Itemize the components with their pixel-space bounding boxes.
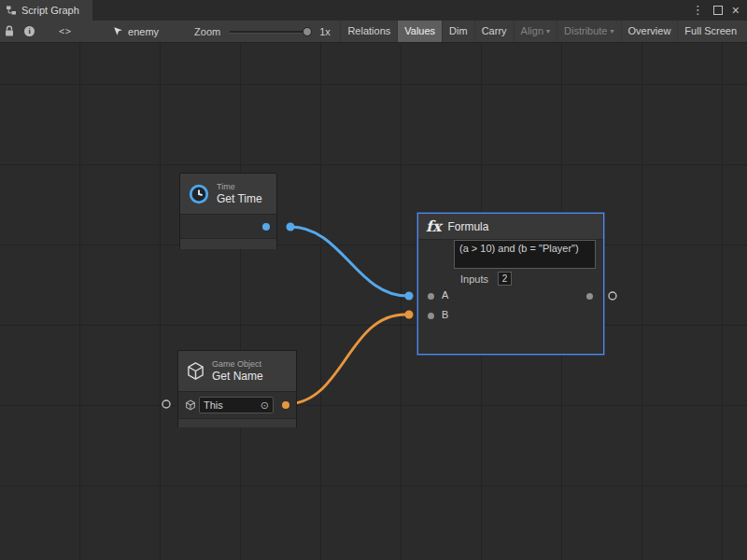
node-category: Time <box>217 182 262 192</box>
cube-icon <box>186 361 205 381</box>
get-name-footer <box>178 418 296 427</box>
code-icon[interactable]: <> <box>59 26 72 36</box>
formula-expression-input[interactable]: (a > 10) and (b = "Player") <box>454 240 596 269</box>
node-title: Get Time <box>217 192 262 205</box>
graph-breadcrumb[interactable]: enemy <box>113 26 159 37</box>
formula-header[interactable]: fx Formula <box>418 214 603 240</box>
formula-port-b-dot[interactable] <box>428 313 434 319</box>
node-title: Get Name <box>212 370 263 383</box>
values-button[interactable]: Values <box>397 21 442 42</box>
chevron-down-icon: ▾ <box>546 21 550 42</box>
game-object-icon <box>185 399 196 411</box>
graph-toolbar: i <> enemy Zoom 1x Relations Values Dim … <box>0 21 747 43</box>
dim-button[interactable]: Dim <box>442 21 474 42</box>
overview-button[interactable]: Overview <box>621 21 678 42</box>
script-graph-window: Script Graph ⋮ × i <> enemy Zoom 1x <box>0 0 747 560</box>
formula-output-port[interactable] <box>609 292 616 300</box>
info-icon[interactable]: i <box>24 26 35 36</box>
fullscreen-button[interactable]: Full Screen <box>677 21 743 42</box>
get-name-header[interactable]: Game Object Get Name <box>178 351 296 392</box>
get-name-target-port[interactable] <box>162 400 170 408</box>
node-title: Formula <box>447 220 488 233</box>
wire-endpoint-get-time-output[interactable] <box>287 223 295 231</box>
formula-result-dot[interactable] <box>586 293 593 300</box>
get-time-header[interactable]: Time Get Time <box>180 174 276 215</box>
node-get-time[interactable]: Time Get Time <box>179 173 277 249</box>
window-menu-icon[interactable]: ⋮ <box>692 0 704 21</box>
graph-canvas[interactable]: Time Get Time fx Formula (a > 10) and (b… <box>0 43 747 560</box>
zoom-value: 1x <box>319 26 331 37</box>
object-picker-icon[interactable]: ⊙ <box>261 400 269 411</box>
align-button[interactable]: Align ▾ <box>514 21 557 42</box>
tab-title: Script Graph <box>21 5 79 16</box>
get-time-footer <box>180 238 276 249</box>
wire-get-name-to-formula-b[interactable] <box>286 315 405 404</box>
clock-icon <box>188 183 210 205</box>
toolbar-buttons: Relations Values Dim Carry Align ▾ Distr… <box>340 21 743 42</box>
formula-port-a-dot[interactable] <box>428 293 434 300</box>
target-value: This <box>204 399 223 411</box>
align-label: Align <box>521 21 543 42</box>
zoom-slider[interactable] <box>230 27 312 36</box>
formula-port-a-label: A <box>442 289 448 301</box>
wire-endpoint-formula-a[interactable] <box>405 292 414 301</box>
zoom-slider-handle[interactable] <box>303 27 312 36</box>
get-name-target-field[interactable]: This ⊙ <box>199 397 274 413</box>
formula-fx-icon: fx <box>426 217 441 235</box>
window-titlebar: Script Graph ⋮ × <box>0 0 747 21</box>
relations-button[interactable]: Relations <box>340 21 397 42</box>
script-graph-icon <box>6 5 17 16</box>
get-name-body: This ⊙ <box>178 392 296 418</box>
node-category: Game Object <box>212 359 263 370</box>
window-controls: ⋮ × <box>692 0 747 21</box>
graph-name: enemy <box>128 26 159 37</box>
get-time-output-port[interactable] <box>262 223 270 231</box>
node-formula[interactable]: fx Formula (a > 10) and (b = "Player") I… <box>417 213 604 355</box>
wire-get-time-to-formula-a[interactable] <box>290 227 407 296</box>
window-maximize-icon[interactable] <box>713 6 723 15</box>
distribute-label: Distribute <box>564 21 607 42</box>
node-get-name[interactable]: Game Object Get Name This ⊙ <box>177 350 297 427</box>
distribute-button[interactable]: Distribute ▾ <box>557 21 620 42</box>
wire-endpoint-formula-b[interactable] <box>405 311 414 319</box>
get-name-output-port[interactable] <box>282 401 289 409</box>
graph-asset-icon <box>113 26 123 36</box>
formula-inputs-count-input[interactable]: 2 <box>498 272 512 286</box>
get-time-body <box>180 215 276 238</box>
chevron-down-icon: ▾ <box>611 21 614 42</box>
formula-body: (a > 10) and (b = "Player") Inputs 2 A B <box>418 240 603 354</box>
zoom-label: Zoom <box>194 26 220 37</box>
formula-inputs-label: Inputs <box>460 273 488 285</box>
wires-layer <box>0 43 747 560</box>
tab-script-graph[interactable]: Script Graph <box>0 0 92 21</box>
carry-button[interactable]: Carry <box>474 21 514 42</box>
formula-port-b-label: B <box>442 309 448 320</box>
window-close-icon[interactable]: × <box>732 0 740 21</box>
lock-icon[interactable] <box>4 25 15 37</box>
zoom-slider-track <box>230 31 312 34</box>
